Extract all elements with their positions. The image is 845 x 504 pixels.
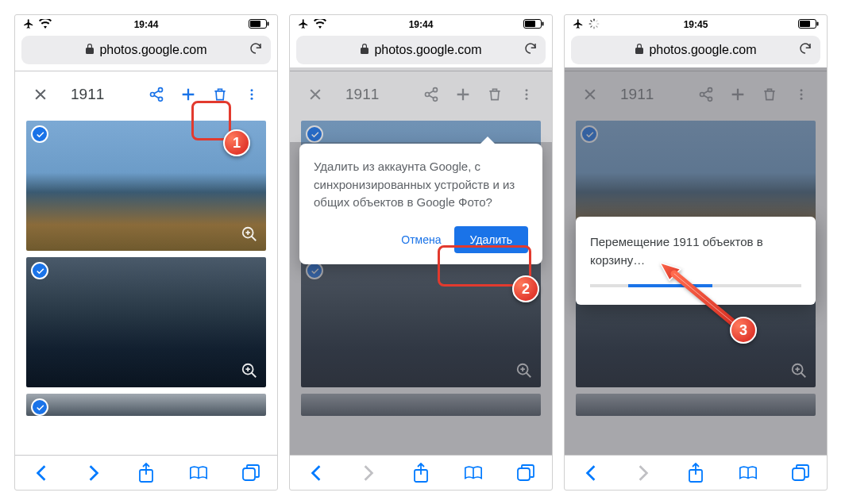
svg-point-40 (801, 94, 803, 96)
lock-icon (85, 43, 95, 57)
photo-item (301, 257, 541, 387)
svg-rect-24 (518, 468, 530, 480)
svg-point-38 (708, 97, 712, 101)
reload-icon[interactable] (523, 41, 538, 59)
progress-message: Перемещение 1911 объектов в корзину… (590, 233, 801, 270)
ios-status-bar: 19:45 (565, 15, 827, 33)
progress-bar (590, 284, 801, 287)
svg-point-6 (251, 89, 253, 91)
dialog-message: Удалить из аккаунта Google, с синхронизи… (314, 158, 528, 212)
photo-item[interactable] (26, 257, 266, 387)
delete-button (754, 79, 785, 110)
close-selection-button (574, 79, 606, 110)
zoom-icon (515, 362, 533, 379)
svg-point-37 (700, 93, 704, 97)
phone-screen-2: 19:44 photos.google.com 1911 Удалить из … (289, 14, 553, 491)
svg-point-39 (801, 89, 803, 91)
check-icon (31, 398, 48, 416)
svg-rect-12 (243, 468, 255, 480)
progress-dialog: Перемещение 1911 объектов в корзину… (576, 217, 816, 305)
svg-point-5 (159, 97, 163, 101)
clock-time: 19:45 (565, 19, 827, 30)
cancel-button[interactable]: Отмена (401, 233, 441, 246)
bookmarks-button[interactable] (738, 463, 758, 483)
safari-bottom-nav (15, 455, 277, 490)
selection-count: 1911 (620, 86, 690, 103)
safari-address-bar[interactable]: photos.google.com (571, 36, 820, 64)
forward-button (358, 463, 379, 483)
tabs-button[interactable] (241, 463, 261, 483)
svg-point-41 (801, 98, 803, 100)
back-button[interactable] (581, 463, 601, 483)
svg-point-4 (151, 93, 155, 97)
selection-toolbar: 1911 (15, 71, 277, 117)
delete-button[interactable] (204, 79, 236, 110)
more-button[interactable] (236, 79, 268, 110)
address-url: photos.google.com (374, 43, 481, 57)
close-selection-button[interactable] (25, 79, 56, 110)
zoom-icon[interactable] (241, 362, 258, 379)
safari-address-bar[interactable]: photos.google.com (21, 36, 271, 64)
reload-icon[interactable] (249, 41, 263, 59)
back-button[interactable] (306, 463, 326, 483)
bookmarks-button[interactable] (188, 463, 209, 483)
ios-status-bar: 19:44 (290, 15, 552, 33)
safari-address-bar[interactable]: photos.google.com (296, 36, 546, 64)
svg-point-8 (251, 98, 253, 100)
tabs-button[interactable] (515, 463, 536, 483)
more-button (785, 79, 817, 110)
check-icon (31, 262, 48, 279)
safari-bottom-nav (290, 455, 552, 490)
phone-screen-3: 19:45 photos.google.com 1911 Перемещение… (564, 14, 828, 491)
lock-icon (360, 43, 369, 57)
dim-overlay (290, 67, 552, 142)
photo-item[interactable] (26, 394, 266, 416)
clock-time: 19:44 (290, 19, 552, 30)
svg-point-7 (251, 94, 253, 96)
photo-item (301, 394, 541, 416)
address-url: photos.google.com (99, 43, 206, 57)
check-icon (31, 125, 48, 143)
share-sheet-button[interactable] (136, 463, 156, 483)
step-badge-3: 3 (730, 317, 757, 344)
svg-rect-44 (793, 468, 804, 480)
confirm-delete-button[interactable]: Удалить (454, 226, 528, 253)
forward-button (633, 463, 654, 483)
reload-icon[interactable] (798, 41, 812, 59)
step-badge-1: 1 (223, 129, 250, 156)
share-button[interactable] (141, 79, 172, 110)
photo-item (576, 394, 816, 416)
safari-bottom-nav (565, 455, 827, 490)
zoom-icon (790, 362, 808, 379)
share-sheet-button[interactable] (685, 463, 706, 483)
share-sheet-button[interactable] (411, 463, 431, 483)
address-url: photos.google.com (649, 43, 756, 57)
progress-fill (628, 284, 712, 287)
ios-status-bar: 19:44 (15, 15, 277, 33)
selection-toolbar: 1911 (565, 71, 827, 117)
clock-time: 19:44 (15, 19, 277, 30)
back-button[interactable] (31, 463, 52, 483)
add-button (722, 79, 754, 110)
check-icon (581, 125, 598, 143)
confirm-delete-dialog: Удалить из аккаунта Google, с синхронизи… (299, 144, 542, 264)
photo-grid (15, 117, 277, 455)
zoom-icon[interactable] (241, 225, 258, 243)
svg-point-36 (708, 88, 712, 92)
svg-point-3 (159, 88, 163, 92)
bookmarks-button[interactable] (463, 463, 484, 483)
add-button[interactable] (172, 79, 204, 110)
check-icon (306, 262, 323, 279)
share-button (690, 79, 722, 110)
step-badge-2: 2 (512, 275, 539, 302)
forward-button[interactable] (83, 463, 104, 483)
selection-count: 1911 (71, 86, 141, 103)
phone-screen-1: 19:44 photos.google.com 1911 (14, 14, 278, 491)
tabs-button[interactable] (790, 463, 811, 483)
lock-icon (635, 43, 644, 57)
